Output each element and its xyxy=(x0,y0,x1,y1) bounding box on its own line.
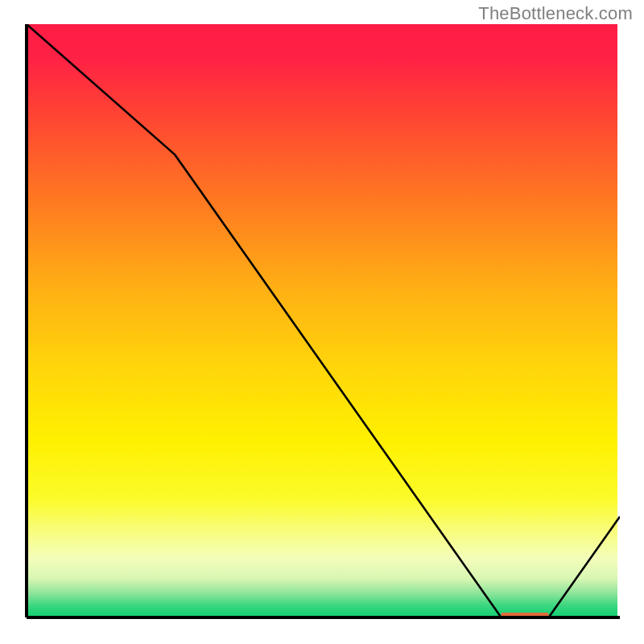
bottleneck-chart xyxy=(24,24,620,620)
attribution-text: TheBottleneck.com xyxy=(478,3,633,24)
gradient-background xyxy=(27,24,617,617)
